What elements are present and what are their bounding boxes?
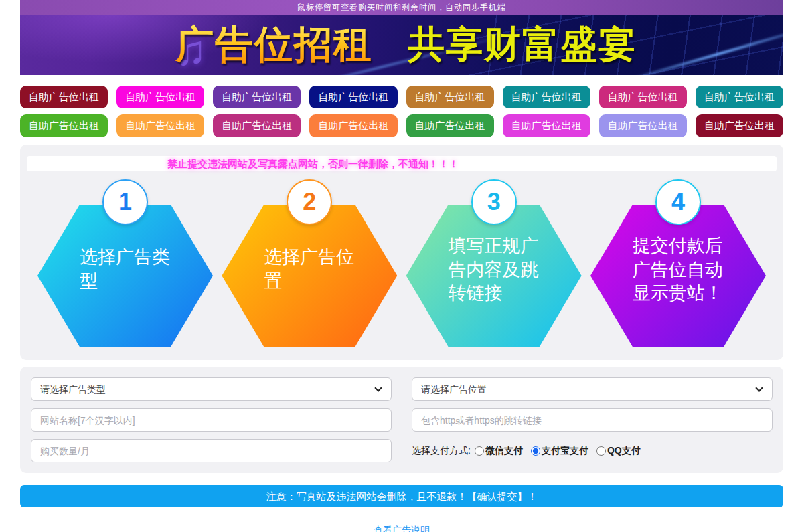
step-2: 2选择广告位置 (222, 179, 397, 347)
ad-slot-rent-button[interactable]: 自助广告位出租 (503, 114, 590, 137)
ad-position-field: 请选择广告位置 (412, 377, 773, 401)
ad-slot-rent-button[interactable]: 自助广告位出租 (696, 114, 783, 137)
site-name-input[interactable] (31, 408, 392, 432)
step-label: 填写正规广告内容及跳转链接 (449, 234, 550, 306)
ad-slot-rent-button[interactable]: 自助广告位出租 (406, 86, 494, 108)
step-number: 4 (671, 188, 685, 216)
ad-type-field: 请选择广告类型 (31, 377, 392, 401)
top-hint-text: 鼠标停留可查看购买时间和剩余时间，自动同步手机端 (297, 3, 506, 12)
ad-slot-rent-button[interactable]: 自助广告位出租 (309, 86, 397, 108)
banner-title-sub: 共享财富盛宴 (408, 20, 637, 70)
payment-option-label: 微信支付 (485, 445, 523, 457)
payment-option-1[interactable]: 微信支付 (475, 445, 523, 457)
order-form: 请选择广告类型 请选择广告位置 选择支付方式: 微信支付支付宝支付QQ支付 (20, 367, 783, 473)
banner-title-main: 广告位招租 (175, 19, 373, 71)
ad-slot-rent-button[interactable]: 自助广告位出租 (406, 114, 494, 137)
step-number-badge: 3 (471, 179, 517, 225)
ad-slot-rent-button[interactable]: 自助广告位出租 (503, 86, 590, 108)
ad-slot-rent-button[interactable]: 自助广告位出租 (599, 114, 687, 137)
ad-slot-rent-button[interactable]: 自助广告位出租 (20, 114, 108, 137)
step-label: 选择广告位置 (264, 246, 366, 293)
step-number-badge: 2 (287, 179, 332, 225)
step-number-badge: 1 (102, 179, 148, 225)
step-3: 3填写正规广告内容及跳转链接 (406, 179, 582, 347)
payment-method-label: 选择支付方式: (412, 445, 471, 457)
payment-option-label: QQ支付 (607, 445, 641, 457)
payment-radio[interactable] (475, 446, 484, 456)
footer: 查看广告说明 (20, 524, 783, 532)
payment-radio[interactable] (596, 446, 606, 456)
payment-option-2[interactable]: 支付宝支付 (531, 445, 588, 457)
ad-slot-rent-button[interactable]: 自助广告位出租 (20, 86, 108, 108)
ad-slot-rent-button[interactable]: 自助广告位出租 (213, 114, 301, 137)
ad-type-select[interactable]: 请选择广告类型 (31, 377, 392, 401)
ad-slot-rent-button[interactable]: 自助广告位出租 (116, 86, 204, 108)
payment-option-3[interactable]: QQ支付 (596, 445, 641, 457)
step-4: 4提交付款后广告位自动显示贵站！ (590, 179, 766, 347)
payment-radio[interactable] (531, 446, 540, 456)
step-number-badge: 4 (655, 179, 701, 225)
steps-panel: 禁止提交违法网站及写真露点网站，否则一律删除，不通知！！！ 1选择广告类型2选择… (20, 145, 783, 360)
ad-slot-button-grid: 自助广告位出租自助广告位出租自助广告位出租自助广告位出租自助广告位出租自助广告位… (20, 86, 783, 137)
quantity-field (31, 439, 392, 462)
jump-link-field (412, 408, 773, 432)
ad-slot-rent-button[interactable]: 自助广告位出租 (309, 114, 397, 137)
hero-banner: ♫ 广告位招租 共享财富盛宴 (20, 15, 783, 75)
banner-titles: 广告位招租 共享财富盛宴 (20, 15, 783, 75)
ad-slot-rent-button[interactable]: 自助广告位出租 (696, 86, 783, 108)
ad-instructions-link[interactable]: 查看广告说明 (374, 525, 430, 532)
ad-position-select[interactable]: 请选择广告位置 (412, 377, 773, 401)
step-number: 1 (118, 188, 132, 216)
top-hint-bar: 鼠标停留可查看购买时间和剩余时间，自动同步手机端 (20, 0, 783, 15)
step-label: 提交付款后广告位自动显示贵站！ (633, 234, 734, 306)
step-number: 3 (487, 188, 501, 216)
ad-rental-page: 鼠标停留可查看购买时间和剩余时间，自动同步手机端 ♫ 广告位招租 共享财富盛宴 … (0, 0, 800, 532)
steps-container: 1选择广告类型2选择广告位置3填写正规广告内容及跳转链接4提交付款后广告位自动显… (27, 179, 777, 347)
step-1: 1选择广告类型 (37, 179, 213, 347)
ad-slot-rent-button[interactable]: 自助广告位出租 (116, 114, 204, 137)
payment-options: 微信支付支付宝支付QQ支付 (475, 445, 649, 457)
payment-option-label: 支付宝支付 (542, 445, 588, 457)
jump-link-input[interactable] (412, 408, 773, 432)
ad-slot-rent-button[interactable]: 自助广告位出租 (213, 86, 301, 108)
prohibition-notice: 禁止提交违法网站及写真露点网站，否则一律删除，不通知！！！ (27, 156, 777, 171)
step-number: 2 (303, 188, 316, 216)
confirm-submit-button[interactable]: 注意：写真站及违法网站会删除，且不退款！【确认提交】！ (20, 485, 783, 507)
ad-slot-button-row-2: 自助广告位出租自助广告位出租自助广告位出租自助广告位出租自助广告位出租自助广告位… (20, 114, 783, 137)
ad-slot-rent-button[interactable]: 自助广告位出租 (599, 86, 687, 108)
payment-method-row: 选择支付方式: 微信支付支付宝支付QQ支付 (412, 439, 773, 462)
ad-slot-button-row-1: 自助广告位出租自助广告位出租自助广告位出租自助广告位出租自助广告位出租自助广告位… (20, 86, 783, 108)
site-name-field (31, 408, 392, 432)
step-label: 选择广告类型 (80, 246, 181, 293)
quantity-input[interactable] (31, 439, 392, 462)
